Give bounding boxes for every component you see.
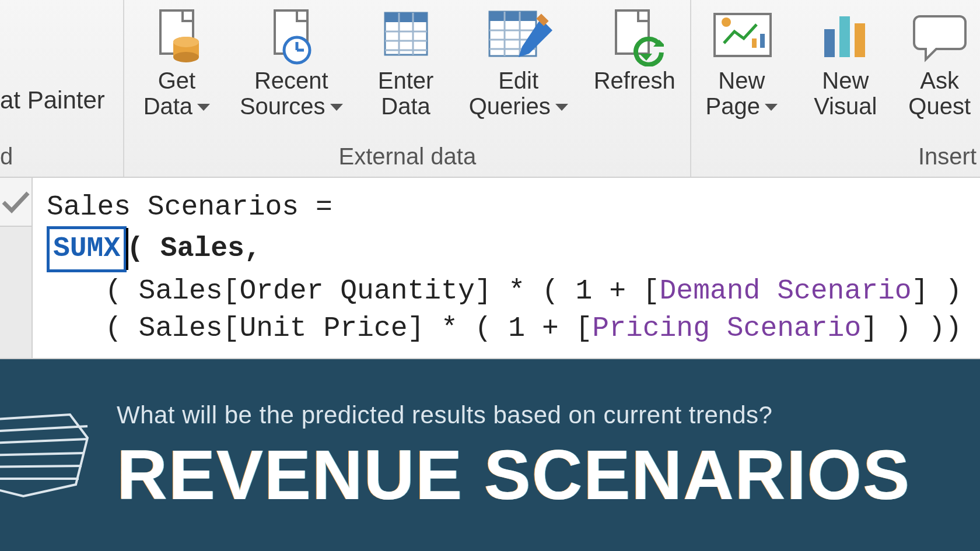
edit-queries-label-2: Queries (469, 93, 551, 119)
dax-measure-pricing: Pricing Scenario (592, 313, 861, 344)
edit-queries-label-1: Edit (498, 68, 538, 93)
get-data-label-1: Get (158, 68, 195, 93)
recent-sources-label-1: Recent (254, 68, 328, 93)
recent-sources-label-2: Sources (240, 93, 326, 119)
svg-line-37 (0, 453, 85, 455)
refresh-button[interactable]: Refresh (590, 0, 679, 121)
svg-point-29 (722, 17, 731, 27)
report-banner: What will be the predicted results based… (0, 359, 980, 551)
new-visual-label-1: New (822, 68, 869, 93)
ribbon-group-insert: New Page New Visual (690, 0, 980, 177)
new-visual-icon (816, 2, 874, 66)
dax-measure-name: Sales Scenarios (47, 191, 299, 223)
svg-rect-31 (752, 38, 757, 48)
refresh-icon (606, 2, 664, 66)
svg-rect-10 (385, 13, 427, 22)
ask-question-icon (911, 2, 969, 66)
svg-rect-33 (839, 16, 850, 57)
svg-rect-17 (489, 12, 536, 21)
new-page-label-1: New (718, 68, 765, 93)
new-page-button[interactable]: New Page (697, 0, 786, 121)
recent-sources-button[interactable]: Recent Sources (236, 0, 346, 121)
svg-rect-34 (855, 23, 865, 57)
dax-line4-suffix: ] ) )) (861, 313, 962, 344)
get-data-label-2: Data (144, 93, 193, 119)
format-painter-label-fragment: at Painter (0, 86, 105, 114)
dax-equals: = (299, 191, 332, 223)
insert-group-label: Insert (691, 143, 980, 170)
formula-editor[interactable]: Sales Scenarios = SUMX( Sales, ( Sales[O… (33, 178, 980, 358)
get-data-icon (148, 2, 206, 66)
recent-sources-icon (262, 2, 320, 66)
ask-question-label-2: Quest (908, 93, 971, 119)
new-page-label-2: Page (706, 93, 760, 119)
dax-measure-demand: Demand Scenario (660, 275, 912, 307)
formula-bar: Sales Scenarios = SUMX( Sales, ( Sales[O… (0, 178, 980, 359)
dax-line3-prefix: ( Sales[Order Quantity] * ( 1 + [ (105, 275, 660, 307)
dropdown-caret-icon (765, 104, 778, 111)
dax-line4-prefix: ( Sales[Unit Price] * ( 1 + [ (105, 313, 592, 344)
ribbon: at Painter d Get (0, 0, 980, 178)
svg-point-4 (173, 37, 199, 47)
enter-data-label-1: Enter (378, 68, 434, 93)
report-canvas: What will be the predicted results based… (0, 359, 980, 551)
dax-line3-suffix: ] ) ) * (912, 275, 980, 307)
formula-bar-gutter-blank (0, 227, 32, 358)
refresh-label: Refresh (594, 68, 676, 93)
enter-data-button[interactable]: Enter Data (365, 0, 447, 121)
formula-bar-gutter (0, 178, 33, 358)
dropdown-caret-icon (197, 104, 210, 111)
dax-function-sumx: SUMX (47, 226, 127, 272)
banner-subhead: What will be the predicted results based… (117, 401, 911, 429)
get-data-button[interactable]: Get Data (136, 0, 218, 121)
enter-data-label-2: Data (381, 93, 430, 119)
new-visual-label-2: Visual (814, 93, 877, 119)
svg-rect-25 (616, 10, 649, 54)
svg-line-35 (0, 426, 88, 432)
svg-point-3 (173, 52, 199, 62)
enter-data-icon (377, 2, 435, 66)
edit-queries-icon (478, 2, 559, 66)
clipboard-group-label-fragment: d (0, 143, 13, 170)
dropdown-caret-icon (555, 104, 568, 111)
new-page-icon (701, 2, 782, 66)
edit-queries-button[interactable]: Edit Queries (466, 0, 572, 121)
external-data-group-label: External data (124, 143, 690, 170)
ask-question-label-1: Ask (920, 68, 959, 93)
us-map-icon (0, 359, 105, 551)
ask-question-button[interactable]: Ask Quest (905, 0, 974, 121)
svg-line-38 (0, 466, 82, 467)
svg-line-36 (0, 439, 88, 444)
formula-commit-button[interactable] (0, 178, 32, 227)
ribbon-group-clipboard: at Painter d (0, 0, 123, 177)
ribbon-group-external-data: Get Data (123, 0, 690, 177)
svg-rect-30 (760, 34, 765, 48)
dropdown-caret-icon (330, 104, 343, 111)
banner-headline: REVENUE SCENARIOS (117, 440, 911, 510)
dax-line2-rest: ( Sales, (127, 233, 261, 264)
new-visual-button[interactable]: New Visual (804, 0, 886, 121)
svg-rect-32 (824, 29, 835, 57)
